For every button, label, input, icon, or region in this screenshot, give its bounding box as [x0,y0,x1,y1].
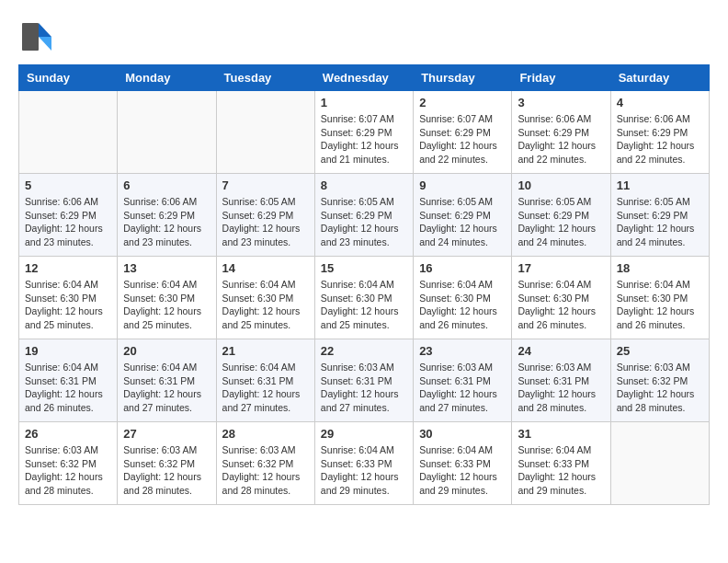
day-number: 9 [419,178,506,192]
day-number: 12 [25,261,111,275]
day-info: Sunrise: 6:03 AM Sunset: 6:32 PM Dayligh… [123,443,210,498]
day-number: 5 [25,178,111,192]
day-info: Sunrise: 6:06 AM Sunset: 6:29 PM Dayligh… [123,195,210,249]
day-number: 20 [123,344,210,358]
day-number: 23 [419,344,506,358]
day-info: Sunrise: 6:04 AM Sunset: 6:31 PM Dayligh… [222,361,309,415]
day-number: 6 [123,178,210,192]
day-info: Sunrise: 6:04 AM Sunset: 6:30 PM Dayligh… [617,278,703,332]
calendar-cell: 29Sunrise: 6:04 AM Sunset: 6:33 PM Dayli… [314,422,413,505]
day-number: 8 [321,178,407,192]
day-info: Sunrise: 6:04 AM Sunset: 6:31 PM Dayligh… [25,361,111,415]
calendar-cell: 5Sunrise: 6:06 AM Sunset: 6:29 PM Daylig… [19,174,118,257]
day-info: Sunrise: 6:04 AM Sunset: 6:33 PM Dayligh… [321,443,407,498]
day-info: Sunrise: 6:06 AM Sunset: 6:29 PM Dayligh… [25,195,111,249]
calendar-cell: 26Sunrise: 6:03 AM Sunset: 6:32 PM Dayli… [19,422,118,505]
calendar-cell: 2Sunrise: 6:07 AM Sunset: 6:29 PM Daylig… [414,91,512,174]
day-number: 7 [222,178,309,192]
day-number: 18 [617,261,703,275]
day-info: Sunrise: 6:03 AM Sunset: 6:32 PM Dayligh… [617,361,703,415]
day-number: 26 [25,427,111,441]
day-number: 11 [617,178,703,192]
day-header-sunday: Sunday [19,65,118,91]
day-info: Sunrise: 6:04 AM Sunset: 6:30 PM Dayligh… [321,278,407,332]
calendar-cell: 19Sunrise: 6:04 AM Sunset: 6:31 PM Dayli… [19,339,118,422]
logo [18,18,59,55]
header-row: SundayMondayTuesdayWednesdayThursdayFrid… [19,65,710,91]
day-number: 24 [518,344,604,358]
svg-marker-0 [39,23,51,37]
day-header-monday: Monday [118,65,216,91]
calendar-cell [216,91,314,174]
day-number: 21 [222,344,309,358]
calendar-cell: 27Sunrise: 6:03 AM Sunset: 6:32 PM Dayli… [118,422,216,505]
day-number: 28 [222,427,309,441]
week-row-3: 12Sunrise: 6:04 AM Sunset: 6:30 PM Dayli… [19,257,710,339]
calendar-cell: 6Sunrise: 6:06 AM Sunset: 6:29 PM Daylig… [118,174,216,257]
day-info: Sunrise: 6:05 AM Sunset: 6:29 PM Dayligh… [419,195,506,249]
week-row-1: 1Sunrise: 6:07 AM Sunset: 6:29 PM Daylig… [19,91,710,174]
calendar-cell: 17Sunrise: 6:04 AM Sunset: 6:30 PM Dayli… [512,257,610,339]
day-info: Sunrise: 6:04 AM Sunset: 6:30 PM Dayligh… [25,278,111,332]
day-number: 16 [419,261,506,275]
day-info: Sunrise: 6:04 AM Sunset: 6:33 PM Dayligh… [518,443,604,498]
day-header-wednesday: Wednesday [314,65,413,91]
day-header-friday: Friday [512,65,610,91]
calendar-cell: 16Sunrise: 6:04 AM Sunset: 6:30 PM Dayli… [414,257,512,339]
calendar-table: SundayMondayTuesdayWednesdayThursdayFrid… [18,64,710,505]
calendar-cell: 28Sunrise: 6:03 AM Sunset: 6:32 PM Dayli… [216,422,314,505]
calendar-cell: 10Sunrise: 6:05 AM Sunset: 6:29 PM Dayli… [512,174,610,257]
day-info: Sunrise: 6:03 AM Sunset: 6:32 PM Dayligh… [222,443,309,498]
calendar-cell [610,422,709,505]
day-header-thursday: Thursday [414,65,512,91]
day-number: 2 [419,96,506,109]
calendar-cell: 11Sunrise: 6:05 AM Sunset: 6:29 PM Dayli… [610,174,709,257]
calendar-cell: 12Sunrise: 6:04 AM Sunset: 6:30 PM Dayli… [19,257,118,339]
calendar-cell: 21Sunrise: 6:04 AM Sunset: 6:31 PM Dayli… [216,339,314,422]
calendar-cell: 13Sunrise: 6:04 AM Sunset: 6:30 PM Dayli… [118,257,216,339]
calendar-cell: 4Sunrise: 6:06 AM Sunset: 6:29 PM Daylig… [610,91,709,174]
calendar-cell: 8Sunrise: 6:05 AM Sunset: 6:29 PM Daylig… [314,174,413,257]
day-info: Sunrise: 6:03 AM Sunset: 6:31 PM Dayligh… [518,361,604,415]
calendar-cell: 23Sunrise: 6:03 AM Sunset: 6:31 PM Dayli… [414,339,512,422]
calendar-cell: 30Sunrise: 6:04 AM Sunset: 6:33 PM Dayli… [414,422,512,505]
day-info: Sunrise: 6:03 AM Sunset: 6:31 PM Dayligh… [321,361,407,415]
day-info: Sunrise: 6:03 AM Sunset: 6:32 PM Dayligh… [25,443,111,498]
day-info: Sunrise: 6:06 AM Sunset: 6:29 PM Dayligh… [518,112,604,167]
calendar-cell: 15Sunrise: 6:04 AM Sunset: 6:30 PM Dayli… [314,257,413,339]
week-row-2: 5Sunrise: 6:06 AM Sunset: 6:29 PM Daylig… [19,174,710,257]
logo-icon [18,18,55,55]
day-info: Sunrise: 6:04 AM Sunset: 6:30 PM Dayligh… [123,278,210,332]
day-info: Sunrise: 6:04 AM Sunset: 6:30 PM Dayligh… [419,278,506,332]
day-number: 13 [123,261,210,275]
svg-marker-1 [39,37,51,51]
day-number: 4 [617,96,703,109]
day-info: Sunrise: 6:05 AM Sunset: 6:29 PM Dayligh… [617,195,703,249]
day-number: 22 [321,344,407,358]
day-number: 3 [518,96,604,109]
calendar-cell: 18Sunrise: 6:04 AM Sunset: 6:30 PM Dayli… [610,257,709,339]
day-info: Sunrise: 6:07 AM Sunset: 6:29 PM Dayligh… [321,112,407,167]
week-row-4: 19Sunrise: 6:04 AM Sunset: 6:31 PM Dayli… [19,339,710,422]
day-number: 10 [518,178,604,192]
day-info: Sunrise: 6:05 AM Sunset: 6:29 PM Dayligh… [321,195,407,249]
day-number: 31 [518,427,604,441]
day-number: 15 [321,261,407,275]
day-info: Sunrise: 6:04 AM Sunset: 6:31 PM Dayligh… [123,361,210,415]
calendar-cell: 7Sunrise: 6:05 AM Sunset: 6:29 PM Daylig… [216,174,314,257]
day-number: 27 [123,427,210,441]
calendar-cell: 1Sunrise: 6:07 AM Sunset: 6:29 PM Daylig… [314,91,413,174]
day-info: Sunrise: 6:05 AM Sunset: 6:29 PM Dayligh… [518,195,604,249]
day-info: Sunrise: 6:05 AM Sunset: 6:29 PM Dayligh… [222,195,309,249]
day-number: 30 [419,427,506,441]
svg-rect-2 [22,23,39,51]
day-info: Sunrise: 6:04 AM Sunset: 6:30 PM Dayligh… [222,278,309,332]
calendar-cell: 31Sunrise: 6:04 AM Sunset: 6:33 PM Dayli… [512,422,610,505]
calendar-cell: 9Sunrise: 6:05 AM Sunset: 6:29 PM Daylig… [414,174,512,257]
day-header-tuesday: Tuesday [216,65,314,91]
calendar-header: SundayMondayTuesdayWednesdayThursdayFrid… [19,65,710,91]
day-number: 14 [222,261,309,275]
calendar-cell: 24Sunrise: 6:03 AM Sunset: 6:31 PM Dayli… [512,339,610,422]
day-info: Sunrise: 6:07 AM Sunset: 6:29 PM Dayligh… [419,112,506,167]
calendar-cell [19,91,118,174]
